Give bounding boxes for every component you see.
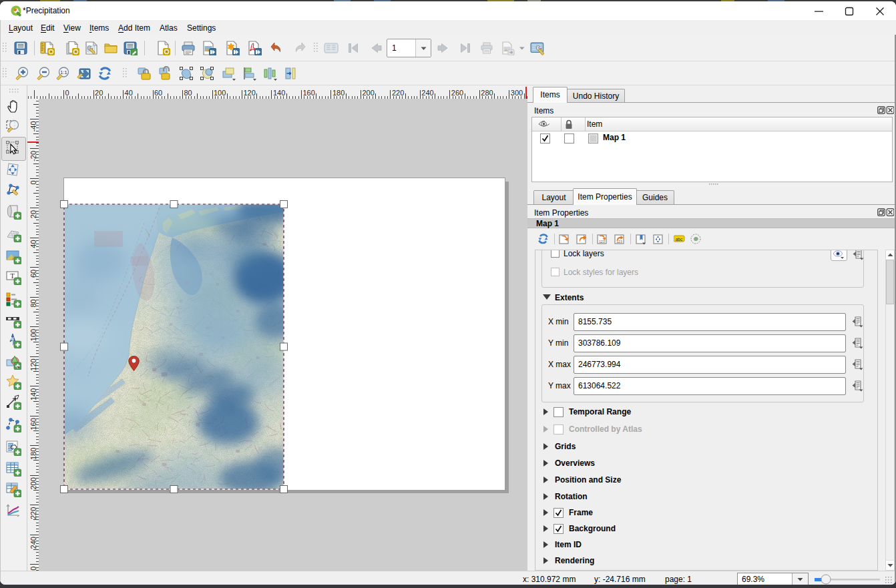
svg-text:280: 280 <box>481 89 493 97</box>
svg-text:260: 260 <box>451 89 463 97</box>
svg-text:220: 220 <box>392 89 404 97</box>
svg-text:abc: abc <box>676 237 683 242</box>
svg-text:160: 160 <box>29 418 37 430</box>
svg-text:1:1: 1:1 <box>60 69 67 75</box>
svg-text:120: 120 <box>29 358 37 370</box>
svg-text:120: 120 <box>244 89 256 97</box>
svg-text:80: 80 <box>184 89 192 97</box>
svg-text:200: 200 <box>29 477 37 489</box>
svg-text:20: 20 <box>95 89 103 97</box>
svg-text:220: 220 <box>29 507 37 519</box>
svg-text:123: 123 <box>599 240 605 244</box>
svg-text:300: 300 <box>511 89 523 97</box>
svg-text:240: 240 <box>29 537 37 549</box>
svg-text:0: 0 <box>65 89 69 97</box>
svg-text:180: 180 <box>332 89 345 97</box>
svg-text:160: 160 <box>302 89 314 97</box>
svg-text:100: 100 <box>214 89 226 97</box>
svg-text:N: N <box>10 336 13 341</box>
svg-text:240: 240 <box>421 89 433 97</box>
svg-text:100: 100 <box>29 329 37 341</box>
svg-text:60: 60 <box>154 89 162 97</box>
svg-text:-20: -20 <box>29 151 37 162</box>
svg-text:140: 140 <box>29 388 37 400</box>
svg-text:40: 40 <box>125 89 133 97</box>
svg-text:140: 140 <box>273 89 285 97</box>
svg-text:180: 180 <box>29 448 37 460</box>
svg-text:200: 200 <box>362 89 374 97</box>
svg-text:-40: -40 <box>29 121 37 131</box>
